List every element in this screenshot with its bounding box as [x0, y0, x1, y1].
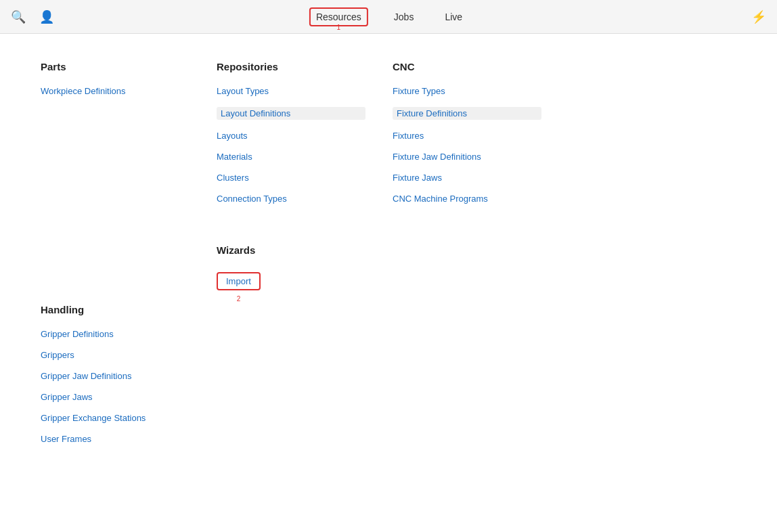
parts-header: Parts	[41, 61, 190, 72]
lightning-icon[interactable]: ⚡	[751, 10, 766, 24]
fixture-jaws-link[interactable]: Fixture Jaws	[393, 173, 541, 183]
cnc-header: CNC	[393, 61, 541, 72]
repositories-column: Repositories Layout Types Layout Definit…	[217, 61, 365, 290]
parts-column: Parts Workpiece Definitions	[41, 61, 190, 290]
repositories-header: Repositories	[217, 61, 365, 72]
fixtures-link[interactable]: Fixtures	[393, 131, 541, 141]
gripper-jaws-link[interactable]: Gripper Jaws	[41, 392, 190, 402]
gripper-jaw-definitions-link[interactable]: Gripper Jaw Definitions	[41, 371, 190, 381]
resources-badge: 1	[337, 24, 341, 31]
grippers-link[interactable]: Grippers	[41, 350, 190, 360]
materials-link[interactable]: Materials	[217, 152, 365, 162]
fixture-types-link[interactable]: Fixture Types	[393, 86, 541, 96]
navbar: 🔍 👤 Resources 1 Jobs Live ⚡	[0, 0, 777, 34]
cnc-machine-programs-link[interactable]: CNC Machine Programs	[393, 194, 541, 204]
search-icon[interactable]: 🔍	[11, 9, 26, 24]
layout-definitions-link[interactable]: Layout Definitions	[217, 107, 365, 120]
nav-item-jobs[interactable]: Jobs	[388, 9, 420, 25]
user-icon[interactable]: 👤	[39, 9, 54, 24]
handling-section: Handling Gripper Definitions Grippers Gr…	[0, 304, 777, 455]
dropdown-content: Parts Workpiece Definitions Repositories…	[0, 34, 777, 317]
handling-header: Handling	[41, 304, 190, 315]
handling-column: Handling Gripper Definitions Grippers Gr…	[41, 304, 190, 455]
layouts-link[interactable]: Layouts	[217, 131, 365, 141]
fixture-definitions-link[interactable]: Fixture Definitions	[393, 107, 541, 120]
user-frames-link[interactable]: User Frames	[41, 434, 190, 444]
cnc-column: CNC Fixture Types Fixture Definitions Fi…	[393, 61, 541, 290]
workpiece-definitions-link[interactable]: Workpiece Definitions	[41, 86, 190, 96]
layout-types-link[interactable]: Layout Types	[217, 86, 365, 96]
import-button[interactable]: Import	[217, 272, 261, 290]
nav-item-live[interactable]: Live	[439, 9, 468, 25]
resources-nav-wrapper: Resources 1	[309, 11, 368, 23]
wizards-header: Wizards	[217, 244, 365, 256]
nav-right: ⚡	[751, 9, 766, 24]
gripper-exchange-stations-link[interactable]: Gripper Exchange Stations	[41, 413, 190, 423]
nav-center: Resources 1 Jobs Live	[309, 9, 468, 25]
import-badge: 2	[237, 295, 241, 303]
connection-types-link[interactable]: Connection Types	[217, 194, 365, 204]
clusters-link[interactable]: Clusters	[217, 173, 365, 183]
gripper-definitions-link[interactable]: Gripper Definitions	[41, 329, 190, 339]
nav-left: 🔍 👤	[11, 9, 54, 24]
fixture-jaw-definitions-link[interactable]: Fixture Jaw Definitions	[393, 152, 541, 162]
